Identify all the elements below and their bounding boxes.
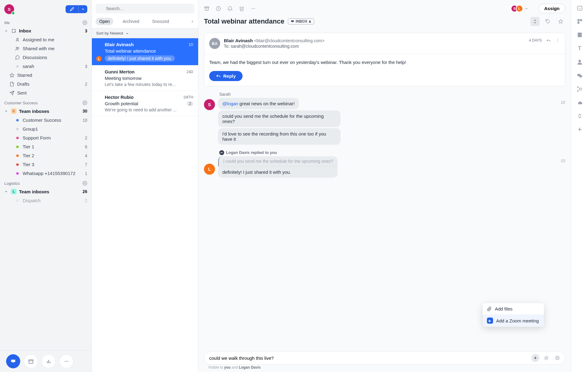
sidebar-item[interactable]: Support Form2 — [0, 133, 92, 142]
search-input[interactable] — [96, 4, 194, 13]
sidebar-item-sarah[interactable]: sarah 3 — [0, 62, 92, 71]
rail-app-icon[interactable] — [577, 18, 583, 24]
mention-button[interactable]: @ — [542, 354, 550, 362]
comment-bubble[interactable]: @logan great news on the webinar! — [218, 98, 299, 109]
folder-badge[interactable]: INBOX — [288, 18, 314, 24]
svg-point-14 — [65, 361, 65, 362]
emoji-button[interactable] — [553, 354, 561, 362]
sender-email: <blair@cloudcontentconsulting.com> — [254, 38, 325, 43]
sidebar-item-sent[interactable]: Sent — [0, 88, 92, 97]
section-label-cs: Customer Success — [4, 101, 38, 105]
compose-dropdown[interactable] — [78, 5, 87, 13]
sidebar-item-starred[interactable]: Starred — [0, 71, 92, 80]
conversation-item[interactable]: Gunni Merton24DMeeting tomorrowLet's tak… — [92, 65, 198, 91]
reply-button[interactable]: Reply — [209, 71, 243, 81]
attachment-popup: Add files ▶ Add a Zoom meeting — [483, 303, 544, 327]
assign-button[interactable]: Assign — [538, 4, 565, 13]
footer-more-button[interactable] — [59, 354, 74, 368]
rail-text-icon[interactable]: T — [578, 45, 581, 52]
gear-icon[interactable] — [82, 181, 87, 186]
rail-profile-icon[interactable] — [577, 59, 583, 65]
svg-rect-41 — [577, 22, 579, 24]
preview-avatar: L — [96, 56, 102, 61]
popup-add-zoom[interactable]: ▶ Add a Zoom meeting — [483, 314, 544, 327]
more-icon[interactable] — [251, 6, 256, 11]
rail-calendar-icon[interactable]: 31 — [577, 5, 583, 11]
sort-button[interactable]: Sort by Newest — [92, 28, 198, 38]
sidebar-item[interactable]: Dispatch2 — [0, 196, 92, 205]
user-avatar[interactable]: S — [4, 4, 14, 14]
archive-icon[interactable] — [204, 6, 209, 11]
rail-expand-icon[interactable] — [577, 113, 583, 119]
sidebar-item-assigned[interactable]: Assigned to me — [0, 35, 92, 44]
footer-analytics-button[interactable] — [42, 354, 56, 368]
svg-point-7 — [84, 102, 85, 103]
snooze-icon[interactable] — [216, 6, 221, 11]
sidebar-item-inbox[interactable]: Inbox 3 — [0, 26, 92, 35]
gear-icon[interactable] — [82, 20, 87, 25]
sidebar-item-shared[interactable]: Shared with me — [0, 44, 92, 53]
sidebar-item[interactable]: Group1 — [0, 125, 92, 133]
svg-point-43 — [578, 60, 581, 62]
conversation-item[interactable]: Blair Avinash1DTotal webinar attendanced… — [92, 38, 198, 65]
composer-plus-button[interactable] — [531, 354, 539, 362]
conversation-item[interactable]: Hector Rubio1MTHGrowth potential2We're g… — [92, 91, 198, 116]
composer-input[interactable] — [208, 354, 528, 362]
rail-contact-icon[interactable] — [577, 32, 583, 38]
svg-point-1 — [17, 38, 18, 39]
reply-icon[interactable] — [546, 38, 551, 43]
popup-add-files[interactable]: Add files — [483, 303, 544, 314]
tab-open[interactable]: Open — [96, 18, 113, 25]
compose-button[interactable] — [66, 5, 78, 13]
rail-hubspot-icon[interactable] — [577, 86, 583, 92]
sidebar-item-cs-team[interactable]: C Team inboxes 30 — [0, 106, 92, 116]
expand-icon[interactable] — [530, 17, 540, 26]
svg-rect-42 — [578, 33, 582, 37]
tag-icon[interactable] — [543, 17, 552, 26]
svg-point-27 — [547, 20, 547, 21]
comment-bubble[interactable]: could you send me the schedule for the u… — [218, 110, 341, 127]
dot-icon — [16, 137, 19, 139]
tab-archived[interactable]: Archived — [119, 18, 143, 25]
sidebar-item[interactable]: Tier 24 — [0, 151, 92, 160]
section-label-logistics: Logistics — [4, 181, 20, 186]
sidebar-item[interactable]: Tier 37 — [0, 160, 92, 169]
tabs-next[interactable] — [190, 19, 194, 24]
sidebar-item-log-team[interactable]: L Team inboxes 26 — [0, 187, 92, 196]
calendar-icon — [28, 359, 34, 364]
comment-block: S Sarah @logan great news on the webinar… — [204, 92, 565, 146]
dot-icon — [16, 154, 19, 157]
chat-icon — [15, 55, 20, 60]
gear-icon[interactable] — [82, 100, 87, 105]
svg-point-36 — [558, 357, 558, 358]
bell-icon[interactable] — [227, 6, 233, 11]
mention[interactable]: @logan — [222, 101, 238, 106]
svg-point-45 — [579, 75, 582, 78]
svg-point-24 — [253, 8, 254, 9]
zoom-icon: ▶ — [487, 318, 493, 324]
tab-snoozed[interactable]: Snoozed — [149, 18, 173, 25]
svg-point-16 — [67, 361, 68, 362]
lock-icon — [308, 20, 311, 23]
rail-chat-icon[interactable] — [577, 73, 583, 79]
star-icon[interactable] — [556, 17, 565, 26]
rail-salesforce-icon[interactable] — [577, 99, 583, 106]
svg-point-3 — [18, 47, 19, 48]
sidebar-item-drafts[interactable]: Drafts 2 — [0, 80, 92, 88]
sidebar-item[interactable]: Customer Success10 — [0, 116, 92, 125]
footer-calendar-button[interactable] — [24, 354, 38, 368]
sidebar-item[interactable]: Tier 16 — [0, 142, 92, 151]
footer-inbox-button[interactable] — [6, 354, 20, 368]
trash-icon[interactable] — [239, 6, 244, 11]
rail-add-icon[interactable] — [577, 126, 583, 132]
comment-bubble[interactable]: definitely! I just shared it with you. — [218, 166, 337, 178]
svg-point-15 — [66, 361, 67, 362]
assignees[interactable]: S L — [511, 5, 529, 12]
tray-icon — [291, 20, 294, 23]
sidebar-item-discussions[interactable]: Discussions — [0, 53, 92, 62]
sidebar-item[interactable]: Whatsapp +141553901721 — [0, 169, 92, 178]
visibility-line: Visible to you and Logan Davis — [204, 365, 565, 370]
dot-icon — [16, 128, 19, 130]
comment-bubble[interactable]: i'd love to see the recording from this … — [218, 128, 341, 145]
kebab-icon[interactable] — [555, 38, 560, 43]
